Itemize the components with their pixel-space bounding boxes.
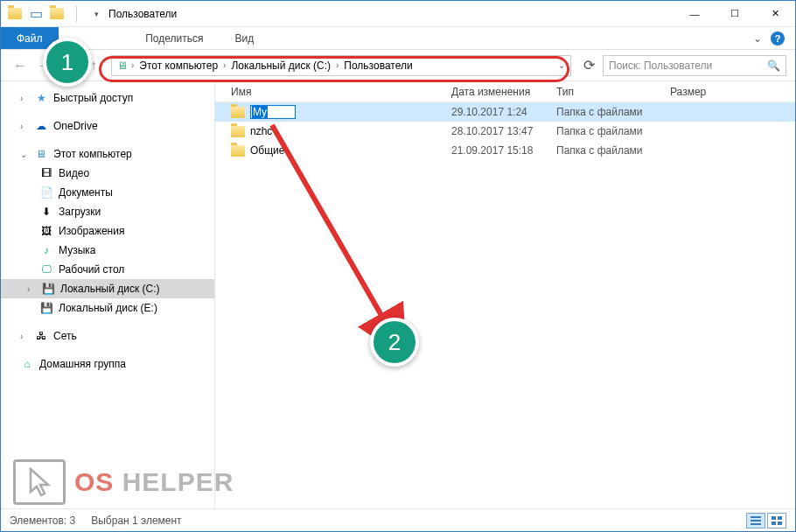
- rename-input[interactable]: My: [250, 105, 296, 119]
- tree-music[interactable]: ♪Музыка: [1, 241, 214, 260]
- tree-network[interactable]: ›🖧Сеть: [1, 326, 214, 346]
- cell-name: nzhc: [250, 125, 272, 137]
- svg-rect-2: [751, 523, 761, 525]
- svg-rect-4: [778, 516, 782, 520]
- titlebar: ▭ ▾ Пользователи ― ☐ ✕: [1, 1, 795, 27]
- view-icons-button[interactable]: [767, 513, 786, 528]
- close-button[interactable]: ✕: [755, 1, 795, 27]
- navbar: ← → ▾ ↑ 🖥 › Этот компьютер › Локальный д…: [1, 50, 795, 81]
- folder-icon: [8, 7, 22, 21]
- tree-documents[interactable]: 📄Документы: [1, 183, 214, 202]
- tree-downloads[interactable]: ⬇Загрузки: [1, 202, 214, 221]
- quick-access-toolbar: ▭ ▾: [8, 6, 103, 22]
- cell-type: Папка с файлами: [556, 144, 670, 157]
- annotation-badge-1: 1: [43, 38, 92, 87]
- chevron-icon[interactable]: ›: [336, 60, 339, 70]
- new-folder-icon[interactable]: [50, 7, 64, 21]
- content-area: ›★Быстрый доступ ›☁OneDrive ⌄🖥Этот компь…: [1, 81, 795, 508]
- minimize-button[interactable]: ―: [674, 1, 715, 27]
- chevron-icon[interactable]: ›: [131, 60, 134, 70]
- col-type[interactable]: Тип: [556, 86, 670, 98]
- folder-icon: [231, 107, 245, 118]
- file-list: Имя Дата изменения Тип Размер My 29.10.2…: [215, 81, 795, 508]
- svg-rect-1: [751, 520, 761, 522]
- cell-date: 21.09.2017 15:18: [451, 144, 556, 157]
- nav-tree: ›★Быстрый доступ ›☁OneDrive ⌄🖥Этот компь…: [1, 81, 215, 508]
- maximize-button[interactable]: ☐: [715, 1, 755, 27]
- ribbon-expand-icon[interactable]: ⌄: [753, 32, 762, 45]
- cursor-icon: [13, 459, 66, 505]
- col-name[interactable]: Имя: [215, 86, 451, 98]
- help-icon[interactable]: ?: [771, 32, 785, 46]
- window-title: Пользователи: [108, 8, 177, 20]
- properties-icon[interactable]: ▭: [29, 7, 43, 21]
- tree-drive-c[interactable]: ›💾Локальный диск (C:): [1, 279, 214, 298]
- cell-date: 29.10.2017 1:24: [451, 106, 556, 118]
- cell-date: 28.10.2017 13:47: [451, 125, 556, 137]
- svg-rect-3: [772, 516, 776, 520]
- tree-videos[interactable]: 🎞Видео: [1, 164, 214, 183]
- svg-rect-5: [772, 522, 776, 525]
- tab-share[interactable]: Поделиться: [129, 32, 219, 45]
- column-headers: Имя Дата изменения Тип Размер: [215, 81, 795, 102]
- tree-onedrive[interactable]: ›☁OneDrive: [1, 116, 214, 136]
- search-icon: 🔍: [767, 60, 780, 72]
- cell-type: Папка с файлами: [556, 106, 670, 118]
- list-row[interactable]: My 29.10.2017 1:24 Папка с файлами: [215, 102, 795, 122]
- tree-homegroup[interactable]: ⌂Домашняя группа: [1, 354, 214, 374]
- watermark: OS HELPER: [13, 459, 234, 505]
- status-count: Элементов: 3: [10, 514, 75, 527]
- tree-drive-e[interactable]: 💾Локальный диск (E:): [1, 298, 214, 318]
- list-row[interactable]: Общие 21.09.2017 15:18 Папка с файлами: [215, 141, 795, 160]
- ribbon: Файл Главная Поделиться Вид ⌄ ?: [1, 27, 795, 50]
- tree-pictures[interactable]: 🖼Изображения: [1, 221, 214, 241]
- back-button[interactable]: ←: [10, 55, 31, 76]
- chevron-icon[interactable]: ›: [223, 60, 226, 70]
- cell-name: Общие: [250, 144, 284, 157]
- tree-desktop[interactable]: 🖵Рабочий стол: [1, 260, 214, 279]
- list-row[interactable]: nzhc 28.10.2017 13:47 Папка с файлами: [215, 122, 795, 141]
- tree-quickaccess[interactable]: ›★Быстрый доступ: [1, 88, 214, 108]
- pc-icon: 🖥: [117, 60, 128, 72]
- statusbar: Элементов: 3 Выбран 1 элемент: [1, 508, 795, 531]
- breadcrumb[interactable]: 🖥 › Этот компьютер › Локальный диск (C:)…: [111, 55, 571, 76]
- search-input[interactable]: Поиск: Пользователи 🔍: [603, 55, 786, 76]
- crumb[interactable]: Пользователи: [340, 60, 415, 72]
- window-controls: ― ☐ ✕: [674, 1, 795, 27]
- folder-icon: [231, 126, 245, 137]
- col-date[interactable]: Дата изменения: [451, 86, 556, 98]
- crumb[interactable]: Локальный диск (C:): [227, 60, 334, 72]
- refresh-button[interactable]: ⟳: [578, 55, 599, 76]
- search-placeholder: Поиск: Пользователи: [609, 60, 712, 72]
- tab-view[interactable]: Вид: [219, 32, 269, 45]
- qat-dropdown-icon[interactable]: ▾: [89, 7, 103, 21]
- crumb[interactable]: Этот компьютер: [136, 60, 221, 72]
- col-size[interactable]: Размер: [670, 86, 795, 98]
- view-details-button[interactable]: [746, 513, 765, 528]
- folder-icon: [231, 145, 245, 157]
- cell-type: Папка с файлами: [556, 125, 670, 137]
- status-selected: Выбран 1 элемент: [91, 514, 181, 527]
- svg-rect-6: [778, 522, 782, 525]
- svg-rect-0: [751, 516, 761, 518]
- breadcrumb-dropdown-icon[interactable]: ⌄: [558, 60, 565, 70]
- annotation-badge-2: 2: [370, 318, 419, 367]
- tree-thispc[interactable]: ⌄🖥Этот компьютер: [1, 144, 214, 164]
